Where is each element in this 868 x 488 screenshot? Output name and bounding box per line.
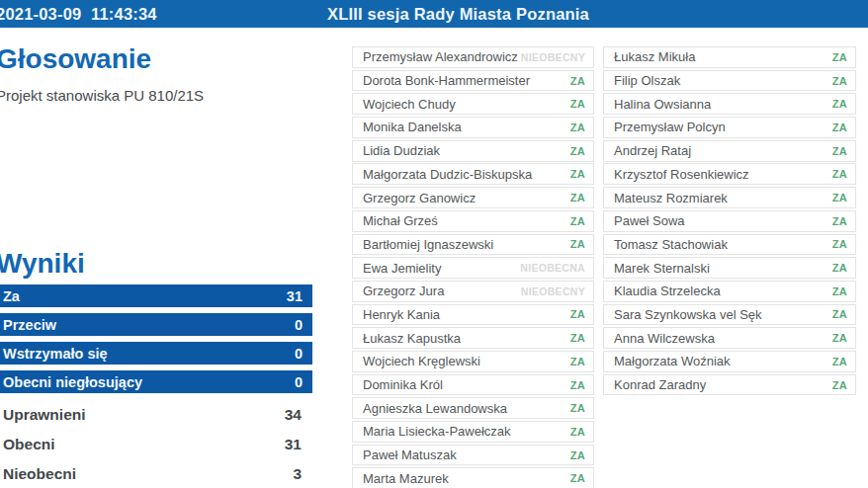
vote-row: Marek SternalskiZA [603,257,856,279]
councillor-name: Paweł Sowa [614,213,685,228]
attendance-stats: Uprawnieni 34 Obecni 31 Nieobecni 3 [0,400,312,488]
councillor-name: Łukasz Mikuła [614,49,695,64]
stat-nieobecni: Nieobecni 3 [0,459,312,488]
vote-value: ZA [570,215,585,227]
vote-value: ZA [570,168,585,180]
result-bar-label: Wstrzymało się [3,346,108,362]
vote-row: Konrad ZaradnyZA [603,374,856,396]
councillor-name: Marek Sternalski [614,261,710,276]
voting-subject: Projekt stanowiska PU 810/21S [0,87,204,104]
vote-value: ZA [832,379,847,391]
vote-column-1: Przemysław AlexandrowiczNIEOBECNYDorota … [352,46,594,488]
vote-row: Bartłomiej IgnaszewskiZA [352,234,594,256]
vote-row: Łukasz MikułaZA [603,46,856,68]
councillor-name: Lidia Dudziak [363,143,440,158]
vote-row: Marta MazurekZA [352,467,594,488]
vote-value: ZA [832,98,847,110]
councillor-name: Klaudia Strzelecka [614,284,721,298]
vote-value: ZA [832,215,847,227]
councillor-name: Dorota Bonk-Hammermeister [363,73,530,88]
vote-row: Andrzej RatajZA [603,140,856,162]
vote-row: Agnieszka LewandowskaZA [352,397,594,419]
councillor-name: Henryk Kania [363,307,440,322]
vote-row: Krzysztof RosenkiewiczZA [603,163,856,185]
vote-value: ZA [570,356,585,367]
vote-value: ZA [832,192,847,203]
councillor-name: Wojciech Kręglewski [363,354,480,368]
councillor-name: Andrzej Rataj [614,143,691,158]
result-bar-value: 31 [287,288,303,304]
vote-row: Paweł SowaZA [603,210,856,232]
councillor-name: Sara Szynkowska vel Sęk [614,307,762,322]
vote-row: Klaudia StrzeleckaZA [603,281,856,302]
vote-value: ZA [570,426,585,438]
vote-row: Małgorzata WoźniakZA [603,351,856,372]
councillor-name: Grzegorz Jura [363,284,444,298]
vote-value: ZA [832,285,847,297]
vote-value: ZA [832,51,847,63]
councillor-name: Agnieszka Lewandowska [363,401,507,416]
stat-obecni: Obecni 31 [0,430,312,459]
result-bar-value: 0 [295,346,303,362]
stat-value: 31 [285,436,302,453]
councillor-name: Małgorzata Woźniak [614,354,731,368]
result-bar-value: 0 [295,317,303,333]
vote-value: NIEOBECNY [521,285,585,297]
vote-row: Przemysław PolcynZA [603,117,856,138]
vote-value: ZA [570,145,585,157]
councillor-name: Przemysław Alexandrowicz [363,49,518,64]
councillor-name: Ewa Jemielity [363,261,441,276]
councillor-name: Wojciech Chudy [363,97,456,112]
vote-value: NIEOBECNY [521,51,585,63]
councillor-name: Filip Olszak [614,73,680,88]
result-bar-przeciw: Przeciw 0 [0,313,312,336]
vote-value: ZA [570,238,585,250]
results-bars: Za 31 Przeciw 0 Wstrzymało się 0 Obecni … [0,285,312,399]
vote-value: ZA [832,238,847,250]
stat-value: 34 [285,406,302,424]
result-bar-wstrzymalo: Wstrzymało się 0 [0,342,312,365]
councillor-name: Przemysław Polcyn [614,120,726,134]
councillor-name: Małgorzata Dudzic-Biskupska [363,167,532,182]
vote-row: Mateusz RozmiarekZA [603,187,856,208]
voting-heading: Głosowanie [0,43,151,75]
stat-value: 3 [293,465,302,483]
councillor-name: Marta Mazurek [363,471,449,486]
result-bar-label: Za [3,288,20,304]
session-title: XLIII sesja Rady Miasta Poznania [327,0,589,28]
results-heading: Wyniki [0,248,85,280]
vote-row: Wojciech KręglewskiZA [352,351,594,372]
stat-uprawnieni: Uprawnieni 34 [0,400,312,430]
vote-row: Grzegorz GanowiczZA [352,187,594,208]
councillor-name: Mateusz Rozmiarek [614,191,728,205]
vote-row: Maria Lisiecka-PawełczakZA [352,421,594,443]
councillor-name: Monika Danelska [363,120,462,134]
vote-row: Lidia DudziakZA [352,140,594,162]
vote-row: Michał GrześZA [352,210,594,232]
vote-value: ZA [832,332,847,344]
vote-value: ZA [570,402,585,414]
vote-row: Dorota Bonk-HammermeisterZA [352,70,594,92]
vote-value: NIEOBECNA [520,262,585,274]
stat-label: Nieobecni [3,465,76,483]
vote-row: Tomasz StachowiakZA [603,234,856,256]
councillor-name: Halina Owsianna [614,97,711,112]
result-bar-label: Przeciw [3,317,56,333]
result-bar-za: Za 31 [0,285,312,307]
councillor-name: Grzegorz Ganowicz [363,191,476,205]
vote-value: ZA [570,472,585,484]
councillor-name: Maria Lisiecka-Pawełczak [363,424,511,439]
result-bar-label: Obecni niegłosujący [3,374,142,390]
vote-row: Wojciech ChudyZA [352,93,594,115]
vote-value: ZA [832,145,847,157]
vote-row: Przemysław AlexandrowiczNIEOBECNY [352,46,594,68]
vote-value: ZA [832,122,847,133]
councillor-name: Dominika Król [363,377,443,392]
vote-value: ZA [832,168,847,180]
councillor-name: Łukasz Kapustka [363,331,461,346]
vote-row: Filip OlszakZA [603,70,856,92]
top-bar: 2021-03-09 11:43:34 XLIII sesja Rady Mia… [0,0,868,28]
vote-value: ZA [832,75,847,87]
vote-row: Henryk KaniaZA [352,304,594,326]
vote-row: Halina OwsiannaZA [603,93,856,115]
